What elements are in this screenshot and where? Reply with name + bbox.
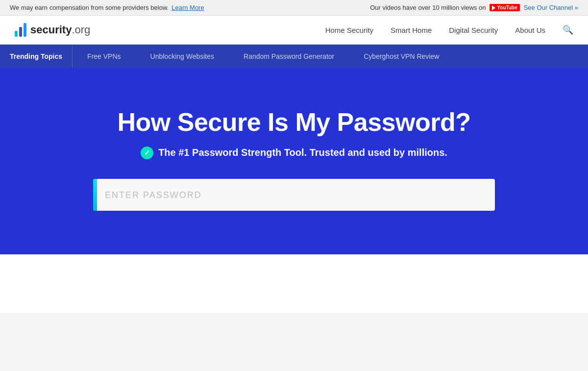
youtube-logo: YouTube <box>490 4 519 11</box>
top-banner: We may earn compensation from some provi… <box>0 0 588 16</box>
learn-more-link[interactable]: Learn More <box>172 4 204 11</box>
password-input-accent <box>93 179 97 211</box>
nav-digital-security[interactable]: Digital Security <box>449 26 498 34</box>
trending-items: Free VPNs Unblocking Websites Random Pas… <box>73 45 588 68</box>
site-logo[interactable]: security.org <box>15 23 90 37</box>
compensation-notice: We may earn compensation from some provi… <box>10 4 169 11</box>
trending-label: Trending Topics <box>0 45 73 68</box>
hero-subtitle: The #1 Password Strength Tool. Trusted a… <box>141 147 447 159</box>
password-input-wrapper <box>93 179 495 211</box>
logo-bar-2 <box>19 27 22 37</box>
see-channel-link[interactable]: See Our Channel <box>524 4 578 11</box>
nav-about-us[interactable]: About Us <box>515 26 545 34</box>
hero-subtitle-text: The #1 Password Strength Tool. Trusted a… <box>158 147 447 158</box>
logo-bar-1 <box>15 31 18 37</box>
nav-smart-home[interactable]: Smart Home <box>391 26 432 34</box>
logo-bar-3 <box>24 23 26 37</box>
search-icon[interactable]: 🔍 <box>563 25 573 35</box>
password-input[interactable] <box>93 179 495 211</box>
check-icon <box>141 147 153 159</box>
youtube-badge: YouTube <box>490 4 519 11</box>
hero-section: How Secure Is My Password? The #1 Passwo… <box>0 68 588 254</box>
logo-brand: security <box>30 24 72 36</box>
youtube-label: YouTube <box>497 5 517 10</box>
youtube-notice-text: Our videos have over 10 million views on <box>370 4 486 11</box>
header: security.org Home Security Smart Home Di… <box>0 16 588 45</box>
banner-left: We may earn compensation from some provi… <box>10 4 204 11</box>
hero-title: How Secure Is My Password? <box>117 107 470 137</box>
trending-item-free-vpns[interactable]: Free VPNs <box>73 45 135 68</box>
youtube-play-icon <box>492 5 495 10</box>
nav-home-security[interactable]: Home Security <box>325 26 373 34</box>
banner-right: Our videos have over 10 million views on… <box>370 4 578 11</box>
logo-tld: .org <box>72 24 90 36</box>
logo-bars-icon <box>15 23 26 37</box>
bottom-spacer <box>0 254 588 313</box>
trending-item-unblocking[interactable]: Unblocking Websites <box>136 45 229 68</box>
logo-text: security.org <box>30 24 90 36</box>
trending-bar: Trending Topics Free VPNs Unblocking Web… <box>0 45 588 68</box>
main-nav: Home Security Smart Home Digital Securit… <box>325 25 573 35</box>
trending-item-cyberghost[interactable]: Cyberghost VPN Review <box>349 45 454 68</box>
trending-item-password-generator[interactable]: Random Password Generator <box>229 45 349 68</box>
